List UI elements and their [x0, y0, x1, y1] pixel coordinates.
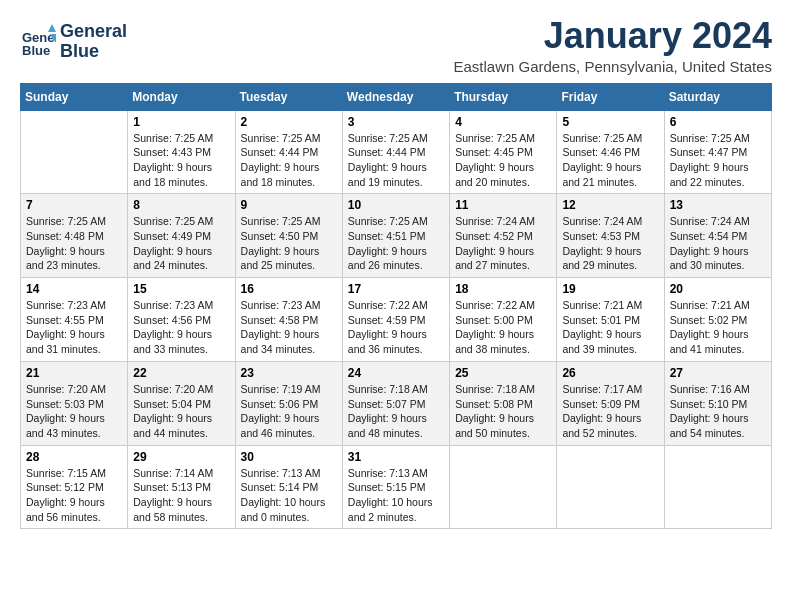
calendar-cell: 9Sunrise: 7:25 AM Sunset: 4:50 PM Daylig…: [235, 194, 342, 278]
calendar-cell: 8Sunrise: 7:25 AM Sunset: 4:49 PM Daylig…: [128, 194, 235, 278]
calendar-cell: 10Sunrise: 7:25 AM Sunset: 4:51 PM Dayli…: [342, 194, 449, 278]
calendar-table: SundayMondayTuesdayWednesdayThursdayFrid…: [20, 83, 772, 530]
calendar-cell: 3Sunrise: 7:25 AM Sunset: 4:44 PM Daylig…: [342, 110, 449, 194]
day-number: 29: [133, 450, 229, 464]
day-info: Sunrise: 7:25 AM Sunset: 4:49 PM Dayligh…: [133, 214, 229, 273]
calendar-cell: [557, 445, 664, 529]
day-info: Sunrise: 7:18 AM Sunset: 5:07 PM Dayligh…: [348, 382, 444, 441]
day-info: Sunrise: 7:17 AM Sunset: 5:09 PM Dayligh…: [562, 382, 658, 441]
logo: General Blue General Blue: [20, 22, 127, 62]
day-number: 7: [26, 198, 122, 212]
day-info: Sunrise: 7:14 AM Sunset: 5:13 PM Dayligh…: [133, 466, 229, 525]
calendar-cell: 14Sunrise: 7:23 AM Sunset: 4:55 PM Dayli…: [21, 278, 128, 362]
calendar-cell: 12Sunrise: 7:24 AM Sunset: 4:53 PM Dayli…: [557, 194, 664, 278]
calendar-cell: 17Sunrise: 7:22 AM Sunset: 4:59 PM Dayli…: [342, 278, 449, 362]
day-number: 31: [348, 450, 444, 464]
calendar-week-row: 21Sunrise: 7:20 AM Sunset: 5:03 PM Dayli…: [21, 361, 772, 445]
day-number: 16: [241, 282, 337, 296]
calendar-cell: 20Sunrise: 7:21 AM Sunset: 5:02 PM Dayli…: [664, 278, 771, 362]
day-number: 6: [670, 115, 766, 129]
day-info: Sunrise: 7:23 AM Sunset: 4:55 PM Dayligh…: [26, 298, 122, 357]
day-info: Sunrise: 7:25 AM Sunset: 4:51 PM Dayligh…: [348, 214, 444, 273]
calendar-week-row: 7Sunrise: 7:25 AM Sunset: 4:48 PM Daylig…: [21, 194, 772, 278]
weekday-header-tuesday: Tuesday: [235, 83, 342, 110]
day-info: Sunrise: 7:15 AM Sunset: 5:12 PM Dayligh…: [26, 466, 122, 525]
day-info: Sunrise: 7:22 AM Sunset: 4:59 PM Dayligh…: [348, 298, 444, 357]
calendar-cell: 26Sunrise: 7:17 AM Sunset: 5:09 PM Dayli…: [557, 361, 664, 445]
day-number: 18: [455, 282, 551, 296]
day-info: Sunrise: 7:20 AM Sunset: 5:04 PM Dayligh…: [133, 382, 229, 441]
weekday-header-thursday: Thursday: [450, 83, 557, 110]
calendar-cell: 19Sunrise: 7:21 AM Sunset: 5:01 PM Dayli…: [557, 278, 664, 362]
day-number: 28: [26, 450, 122, 464]
calendar-cell: 13Sunrise: 7:24 AM Sunset: 4:54 PM Dayli…: [664, 194, 771, 278]
calendar-week-row: 1Sunrise: 7:25 AM Sunset: 4:43 PM Daylig…: [21, 110, 772, 194]
day-info: Sunrise: 7:25 AM Sunset: 4:43 PM Dayligh…: [133, 131, 229, 190]
location-title: Eastlawn Gardens, Pennsylvania, United S…: [453, 58, 772, 75]
day-number: 21: [26, 366, 122, 380]
calendar-cell: 28Sunrise: 7:15 AM Sunset: 5:12 PM Dayli…: [21, 445, 128, 529]
day-number: 19: [562, 282, 658, 296]
calendar-cell: 18Sunrise: 7:22 AM Sunset: 5:00 PM Dayli…: [450, 278, 557, 362]
calendar-week-row: 14Sunrise: 7:23 AM Sunset: 4:55 PM Dayli…: [21, 278, 772, 362]
weekday-header-friday: Friday: [557, 83, 664, 110]
logo-icon: General Blue: [20, 24, 56, 60]
day-number: 14: [26, 282, 122, 296]
page-header: General Blue General Blue January 2024 E…: [20, 16, 772, 75]
calendar-cell: 6Sunrise: 7:25 AM Sunset: 4:47 PM Daylig…: [664, 110, 771, 194]
calendar-week-row: 28Sunrise: 7:15 AM Sunset: 5:12 PM Dayli…: [21, 445, 772, 529]
day-number: 25: [455, 366, 551, 380]
day-info: Sunrise: 7:13 AM Sunset: 5:15 PM Dayligh…: [348, 466, 444, 525]
calendar-cell: 15Sunrise: 7:23 AM Sunset: 4:56 PM Dayli…: [128, 278, 235, 362]
day-number: 11: [455, 198, 551, 212]
day-number: 20: [670, 282, 766, 296]
calendar-cell: 11Sunrise: 7:24 AM Sunset: 4:52 PM Dayli…: [450, 194, 557, 278]
day-info: Sunrise: 7:25 AM Sunset: 4:44 PM Dayligh…: [241, 131, 337, 190]
calendar-cell: 2Sunrise: 7:25 AM Sunset: 4:44 PM Daylig…: [235, 110, 342, 194]
calendar-cell: 7Sunrise: 7:25 AM Sunset: 4:48 PM Daylig…: [21, 194, 128, 278]
day-info: Sunrise: 7:25 AM Sunset: 4:47 PM Dayligh…: [670, 131, 766, 190]
day-info: Sunrise: 7:23 AM Sunset: 4:56 PM Dayligh…: [133, 298, 229, 357]
day-number: 13: [670, 198, 766, 212]
day-number: 22: [133, 366, 229, 380]
day-info: Sunrise: 7:19 AM Sunset: 5:06 PM Dayligh…: [241, 382, 337, 441]
day-info: Sunrise: 7:24 AM Sunset: 4:54 PM Dayligh…: [670, 214, 766, 273]
day-number: 24: [348, 366, 444, 380]
day-number: 8: [133, 198, 229, 212]
calendar-cell: [664, 445, 771, 529]
day-number: 4: [455, 115, 551, 129]
day-number: 15: [133, 282, 229, 296]
calendar-body: 1Sunrise: 7:25 AM Sunset: 4:43 PM Daylig…: [21, 110, 772, 529]
weekday-header-saturday: Saturday: [664, 83, 771, 110]
day-number: 5: [562, 115, 658, 129]
calendar-cell: [21, 110, 128, 194]
calendar-cell: 4Sunrise: 7:25 AM Sunset: 4:45 PM Daylig…: [450, 110, 557, 194]
calendar-cell: 27Sunrise: 7:16 AM Sunset: 5:10 PM Dayli…: [664, 361, 771, 445]
calendar-cell: 21Sunrise: 7:20 AM Sunset: 5:03 PM Dayli…: [21, 361, 128, 445]
day-info: Sunrise: 7:25 AM Sunset: 4:45 PM Dayligh…: [455, 131, 551, 190]
day-number: 17: [348, 282, 444, 296]
calendar-cell: 24Sunrise: 7:18 AM Sunset: 5:07 PM Dayli…: [342, 361, 449, 445]
weekday-header-wednesday: Wednesday: [342, 83, 449, 110]
day-info: Sunrise: 7:25 AM Sunset: 4:50 PM Dayligh…: [241, 214, 337, 273]
logo-text: General Blue: [60, 22, 127, 62]
weekday-header-monday: Monday: [128, 83, 235, 110]
svg-text:Blue: Blue: [22, 43, 50, 58]
calendar-cell: 22Sunrise: 7:20 AM Sunset: 5:04 PM Dayli…: [128, 361, 235, 445]
day-number: 12: [562, 198, 658, 212]
day-number: 27: [670, 366, 766, 380]
day-info: Sunrise: 7:25 AM Sunset: 4:46 PM Dayligh…: [562, 131, 658, 190]
calendar-cell: 5Sunrise: 7:25 AM Sunset: 4:46 PM Daylig…: [557, 110, 664, 194]
day-info: Sunrise: 7:13 AM Sunset: 5:14 PM Dayligh…: [241, 466, 337, 525]
calendar-cell: 1Sunrise: 7:25 AM Sunset: 4:43 PM Daylig…: [128, 110, 235, 194]
day-info: Sunrise: 7:20 AM Sunset: 5:03 PM Dayligh…: [26, 382, 122, 441]
calendar-cell: 23Sunrise: 7:19 AM Sunset: 5:06 PM Dayli…: [235, 361, 342, 445]
calendar-cell: [450, 445, 557, 529]
day-number: 30: [241, 450, 337, 464]
day-info: Sunrise: 7:21 AM Sunset: 5:02 PM Dayligh…: [670, 298, 766, 357]
calendar-cell: 25Sunrise: 7:18 AM Sunset: 5:08 PM Dayli…: [450, 361, 557, 445]
calendar-cell: 31Sunrise: 7:13 AM Sunset: 5:15 PM Dayli…: [342, 445, 449, 529]
calendar-cell: 29Sunrise: 7:14 AM Sunset: 5:13 PM Dayli…: [128, 445, 235, 529]
day-info: Sunrise: 7:16 AM Sunset: 5:10 PM Dayligh…: [670, 382, 766, 441]
svg-marker-2: [48, 24, 56, 32]
